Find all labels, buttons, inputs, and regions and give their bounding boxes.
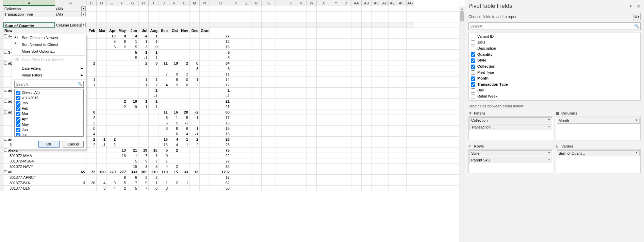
filter-checkbox[interactable] [16, 117, 20, 122]
data-cell[interactable] [55, 186, 86, 191]
data-cell[interactable]: 2 [189, 137, 200, 142]
field-item[interactable]: Retail Week [469, 93, 640, 100]
field-item[interactable]: Description [469, 46, 640, 52]
data-cell[interactable]: 15 [169, 169, 179, 174]
data-cell[interactable] [117, 50, 127, 55]
data-cell[interactable] [159, 55, 169, 60]
data-cell[interactable] [86, 104, 97, 109]
data-cell[interactable] [200, 115, 210, 120]
data-cell[interactable]: 2 [107, 142, 117, 147]
data-cell[interactable]: 2 [169, 164, 179, 169]
data-cell[interactable] [86, 71, 97, 76]
data-cell[interactable] [117, 109, 127, 115]
data-cell[interactable] [127, 115, 138, 120]
column-header-X[interactable]: X [317, 0, 331, 6]
data-cell[interactable] [97, 126, 107, 131]
filter-checkbox[interactable] [16, 106, 20, 111]
data-cell[interactable]: 1 [138, 104, 149, 109]
data-cell[interactable]: 15 [210, 126, 231, 131]
collapse-icon[interactable]: − [4, 149, 7, 152]
data-cell[interactable] [97, 131, 107, 136]
data-cell[interactable] [86, 50, 97, 55]
data-cell[interactable]: 2 [179, 71, 189, 76]
data-cell[interactable]: 16 [169, 109, 179, 115]
data-cell[interactable] [97, 148, 107, 153]
field-checkbox[interactable] [471, 58, 475, 63]
field-checkbox[interactable] [471, 35, 475, 39]
collapse-icon[interactable]: − [4, 34, 7, 37]
data-cell[interactable] [189, 158, 200, 163]
data-cell[interactable] [107, 77, 117, 82]
data-cell[interactable] [149, 126, 159, 131]
data-cell[interactable]: 5 [127, 158, 138, 163]
data-cell[interactable] [117, 126, 127, 131]
filter-value[interactable]: (All)▾ [55, 6, 86, 11]
data-cell[interactable]: 3 [159, 126, 169, 131]
data-cell[interactable] [200, 71, 210, 76]
data-cell[interactable]: 34 [210, 60, 231, 66]
data-cell[interactable]: 62 [210, 180, 231, 185]
column-header-R[interactable]: R [251, 0, 262, 6]
data-cell[interactable] [127, 131, 138, 136]
data-cell[interactable]: 4 [169, 142, 179, 147]
field-checkbox[interactable] [471, 70, 475, 75]
data-cell[interactable]: 3 [138, 164, 149, 169]
data-cell[interactable]: 4 [159, 164, 169, 169]
filter-checkbox[interactable] [16, 96, 20, 100]
data-cell[interactable]: 0 [179, 82, 189, 87]
data-cell[interactable]: 21 [127, 148, 138, 153]
data-cell[interactable] [107, 126, 117, 131]
data-cell[interactable] [107, 66, 117, 71]
data-cell[interactable] [169, 158, 179, 163]
area-field[interactable]: Sum of Quant...▼ [557, 150, 640, 156]
collapse-icon[interactable]: − [4, 170, 7, 173]
data-cell[interactable] [169, 33, 179, 38]
field-item[interactable]: Style [469, 57, 640, 64]
data-cell[interactable] [127, 109, 138, 115]
data-cell[interactable] [149, 120, 159, 125]
field-item[interactable]: Quantity [469, 52, 640, 58]
field-item[interactable]: SKU [469, 40, 640, 46]
data-cell[interactable] [86, 164, 97, 169]
data-cell[interactable]: -3 [189, 66, 200, 71]
data-cell[interactable] [138, 131, 149, 136]
data-cell[interactable]: -1 [149, 104, 159, 109]
data-cell[interactable]: 3 [138, 175, 149, 180]
data-cell[interactable] [86, 148, 97, 153]
data-cell[interactable]: 2 [149, 175, 159, 180]
data-cell[interactable]: 6 [117, 175, 127, 180]
data-cell[interactable]: 5 [159, 148, 169, 153]
field-checkbox[interactable] [471, 65, 475, 69]
month-header[interactable]: Nov [179, 28, 189, 33]
data-cell[interactable]: 1 [138, 82, 149, 87]
data-cell[interactable] [97, 82, 107, 87]
data-cell[interactable]: 19 [127, 99, 138, 104]
data-cell[interactable]: 7 [127, 180, 138, 185]
column-labels-cell[interactable]: Column Labels▾ [55, 22, 86, 28]
data-cell[interactable] [149, 115, 159, 120]
data-cell[interactable] [127, 93, 138, 98]
data-cell[interactable] [200, 55, 210, 60]
data-cell[interactable]: 4 [179, 131, 189, 136]
data-cell[interactable]: -2 [189, 109, 200, 115]
data-cell[interactable] [117, 60, 127, 66]
column-header-K[interactable]: K [169, 0, 179, 6]
column-header-AA[interactable]: AA [351, 0, 362, 6]
data-cell[interactable] [97, 120, 107, 125]
data-cell[interactable] [179, 44, 189, 49]
data-cell[interactable]: -1 [189, 115, 200, 120]
data-cell[interactable] [179, 93, 189, 98]
data-cell[interactable]: 1 [149, 180, 159, 185]
month-header[interactable]: Jun [127, 28, 138, 33]
data-cell[interactable] [189, 44, 200, 49]
data-cell[interactable] [97, 99, 107, 104]
vertical-scrollbar[interactable]: ▲ [459, 6, 465, 242]
data-cell[interactable] [169, 93, 179, 98]
data-cell[interactable] [200, 137, 210, 142]
data-cell[interactable]: 277 [117, 169, 127, 174]
data-cell[interactable] [200, 109, 210, 115]
data-cell[interactable] [127, 71, 138, 76]
filter-check-item[interactable]: May [15, 122, 83, 127]
month-header[interactable]: Grand Total [200, 28, 210, 33]
data-cell[interactable]: 4 [169, 137, 179, 142]
